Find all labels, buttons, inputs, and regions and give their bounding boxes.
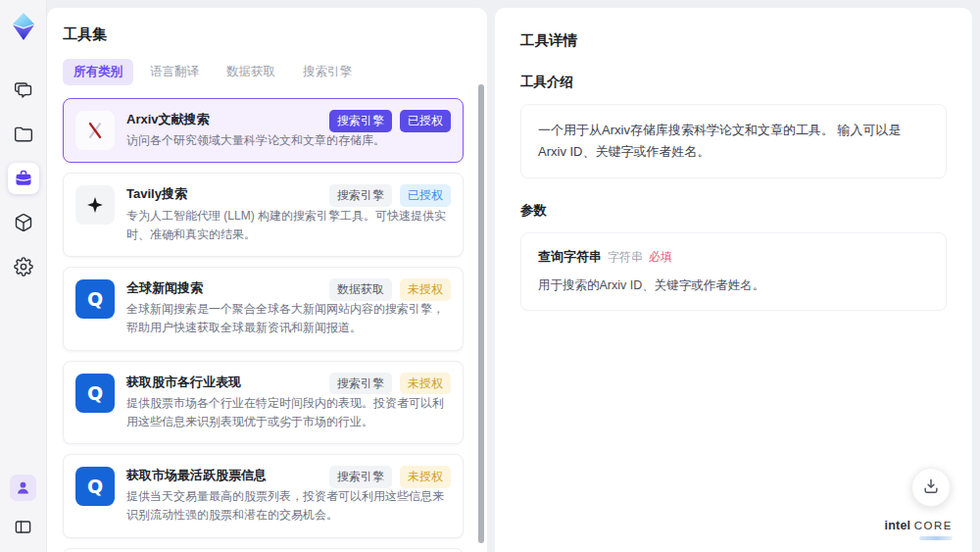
sidebar-item-settings[interactable] <box>8 251 39 282</box>
param-name: 查询字符串 <box>538 248 602 266</box>
tool-badges: 搜索引擎 未授权 <box>329 466 451 488</box>
tool-detail-panel: 工具详情 工具介绍 一个用于从Arxiv存储库搜索科学论文和文章的工具。 输入可… <box>495 8 972 552</box>
download-button[interactable] <box>911 468 951 507</box>
category-badge: 数据获取 <box>329 278 392 301</box>
tool-list-panel: 工具集 所有类别语言翻译数据获取搜索引擎 Arxiv文献搜索 访问各个研究领域大… <box>47 8 487 552</box>
tool-list: Arxiv文献搜索 访问各个研究领域大量科学论文和文章的存储库。 搜索引擎 已授… <box>63 98 473 552</box>
arxiv-tool-icon <box>75 111 115 150</box>
category-tab-0[interactable]: 所有类别 <box>63 59 133 85</box>
sidebar-item-packages[interactable] <box>8 207 39 238</box>
tool-card[interactable]: Q 获取市场最活跃股票信息 提供当天交易量最高的股票列表，投资者可以利用这些信息… <box>63 454 464 538</box>
cube-icon <box>14 213 33 232</box>
param-description: 用于搜索的Arxiv ID、关键字或作者姓名。 <box>538 276 929 295</box>
sidebar-item-profile[interactable] <box>10 475 36 501</box>
tool-card[interactable]: Q 全球新闻搜索 全球新闻搜索是一个聚合全球各大新闻网站内容的搜索引擎，帮助用户… <box>63 267 464 351</box>
briefcase-icon <box>14 169 33 188</box>
status-badge: 未授权 <box>400 373 451 395</box>
diamond-logo-icon <box>10 27 37 44</box>
tool-card[interactable]: Arxiv文献搜索 访问各个研究领域大量科学论文和文章的存储库。 搜索引擎 已授… <box>63 98 464 163</box>
params-heading: 参数 <box>520 202 947 220</box>
sidebar-bottom <box>10 475 37 540</box>
intel-core-logo: intel CORE <box>885 520 953 540</box>
intel-gradient-bar <box>919 536 953 540</box>
tool-card[interactable]: Q 获取股市各行业表现 提供股票市场各个行业在特定时间段内的表现。投资者可以利用… <box>63 361 464 445</box>
params-box: 查询字符串 字符串 必填 用于搜索的Arxiv ID、关键字或作者姓名。 <box>520 232 947 311</box>
sidebar <box>0 0 47 552</box>
app-logo[interactable] <box>10 12 37 45</box>
tool-description: 访问各个研究领域大量科学论文和文章的存储库。 <box>126 131 451 150</box>
param-type: 字符串 <box>608 249 643 266</box>
list-scrollbar[interactable] <box>478 84 484 543</box>
tool-description: 全球新闻搜索是一个聚合全球各大新闻网站内容的搜索引擎，帮助用户快速获取全球最新资… <box>126 300 451 337</box>
sidebar-item-chat[interactable] <box>8 75 39 106</box>
sidebar-nav <box>8 75 39 282</box>
tool-card[interactable]: Tavily搜索 专为人工智能代理 (LLM) 构建的搜索引擎工具。可快速提供实… <box>63 173 464 257</box>
sidebar-item-tools[interactable] <box>8 163 39 194</box>
intro-heading: 工具介绍 <box>520 74 947 91</box>
main-content: 工具集 所有类别语言翻译数据获取搜索引擎 Arxiv文献搜索 访问各个研究领域大… <box>47 0 980 552</box>
panel-toggle-icon <box>14 518 32 536</box>
sidebar-item-collapse[interactable] <box>10 513 37 540</box>
chat-icon <box>14 80 33 100</box>
qnews-tool-icon: Q <box>75 374 115 413</box>
tool-card[interactable]: 万维地区新闻查询 查询具体行政区划内的新闻，快速了解各地新闻动向 搜索引擎 未授… <box>63 548 464 552</box>
detail-title: 工具详情 <box>520 31 947 50</box>
param-item: 查询字符串 字符串 必填 用于搜索的Arxiv ID、关键字或作者姓名。 <box>538 248 929 295</box>
gear-icon <box>14 257 33 276</box>
tool-badges: 搜索引擎 已授权 <box>329 184 451 207</box>
qnews-tool-icon: Q <box>75 467 115 506</box>
tool-intro-text: 一个用于从Arxiv存储库搜索科学论文和文章的工具。 输入可以是Arxiv ID… <box>520 104 947 178</box>
page-title: 工具集 <box>63 25 473 44</box>
category-tab-3[interactable]: 搜索引擎 <box>292 59 363 85</box>
status-badge: 未授权 <box>400 278 451 301</box>
user-avatar-icon <box>15 479 31 496</box>
status-badge: 未授权 <box>400 466 451 488</box>
category-badge: 搜索引擎 <box>329 466 392 488</box>
status-badge: 已授权 <box>400 110 451 132</box>
tool-badges: 数据获取 未授权 <box>329 278 451 301</box>
category-badge: 搜索引擎 <box>329 184 392 207</box>
tool-badges: 搜索引擎 未授权 <box>329 373 451 395</box>
qnews-tool-icon: Q <box>75 279 115 319</box>
sidebar-item-folder[interactable] <box>8 119 39 150</box>
download-icon <box>921 477 941 499</box>
category-tab-1[interactable]: 语言翻译 <box>139 59 210 85</box>
status-badge: 已授权 <box>400 184 451 207</box>
app-window: 工具集 所有类别语言翻译数据获取搜索引擎 Arxiv文献搜索 访问各个研究领域大… <box>0 0 980 552</box>
param-required-flag: 必填 <box>649 249 672 266</box>
core-wordmark: CORE <box>914 520 953 531</box>
tool-description: 专为人工智能代理 (LLM) 构建的搜索引擎工具。可快速提供实时、准确和真实的结… <box>126 207 451 244</box>
tool-badges: 搜索引擎 已授权 <box>329 110 451 132</box>
folder-icon <box>14 125 33 144</box>
category-badge: 搜索引擎 <box>329 110 392 132</box>
intel-wordmark: intel <box>885 519 911 532</box>
tool-description: 提供股票市场各个行业在特定时间段内的表现。投资者可以利用这些信息来识别表现优于或… <box>126 394 451 431</box>
category-tabs: 所有类别语言翻译数据获取搜索引擎 <box>63 59 473 85</box>
tool-description: 提供当天交易量最高的股票列表，投资者可以利用这些信息来识别流动性强的股票和潜在的… <box>126 487 451 525</box>
category-tab-2[interactable]: 数据获取 <box>216 59 286 85</box>
tavily-tool-icon <box>75 185 115 225</box>
category-badge: 搜索引擎 <box>329 373 392 395</box>
